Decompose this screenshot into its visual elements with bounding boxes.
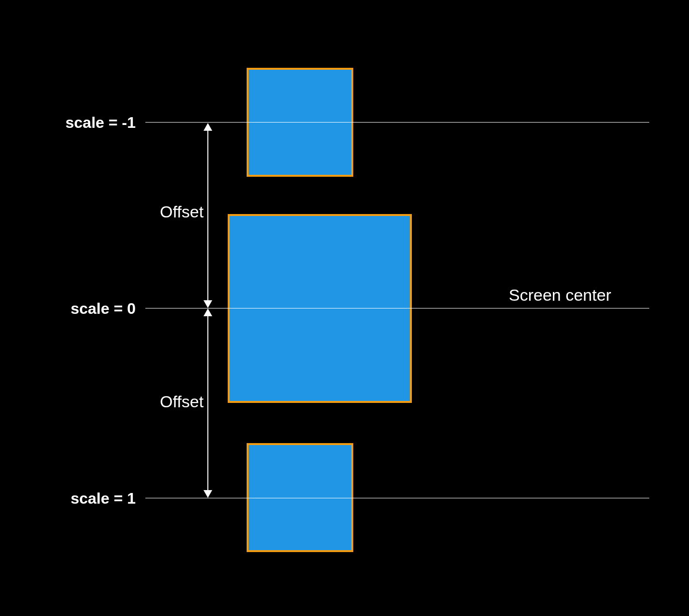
- screen-center-label: Screen center: [509, 286, 611, 305]
- offset-arrow-lower: [207, 315, 208, 490]
- baseline-top: [145, 122, 649, 123]
- card-square-middle: [228, 214, 412, 403]
- baseline-bottom: [145, 498, 649, 498]
- arrowhead-up-icon: [204, 123, 212, 131]
- offset-label-lower: Offset: [160, 392, 204, 411]
- scale-label-plus1: scale = 1: [5, 490, 136, 508]
- baseline-middle: [145, 308, 649, 308]
- scale-offset-diagram: scale = -1 scale = 0 scale = 1 Screen ce…: [0, 0, 689, 616]
- arrowhead-down-icon: [204, 300, 212, 308]
- arrowhead-down-icon: [204, 490, 212, 498]
- offset-arrow-upper: [207, 130, 208, 301]
- scale-label-zero: scale = 0: [5, 300, 136, 318]
- offset-label-upper: Offset: [160, 202, 204, 221]
- arrowhead-up-icon: [204, 308, 212, 316]
- scale-label-minus1: scale = -1: [5, 114, 136, 132]
